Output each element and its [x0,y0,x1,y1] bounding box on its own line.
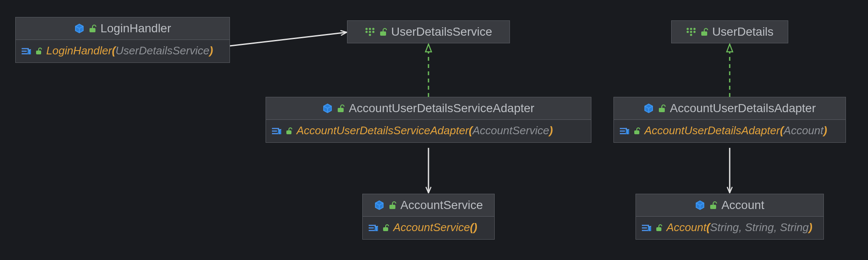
sep: , [774,221,780,234]
svg-rect-23 [272,130,277,132]
member-row[interactable]: AccountService() [363,217,494,239]
method-icon [369,224,378,232]
ctor-name: LoginHandler [46,44,112,57]
param: AccountService [473,124,549,137]
svg-rect-12 [380,31,386,36]
svg-point-13 [686,28,689,30]
svg-rect-22 [272,128,279,129]
svg-rect-38 [642,227,647,229]
node-user-details[interactable]: UserDetails [671,20,788,43]
svg-rect-33 [369,227,374,229]
node-title: UserDetails [712,25,774,39]
svg-rect-28 [620,130,625,132]
svg-rect-25 [286,130,291,134]
svg-rect-31 [389,205,395,209]
svg-rect-20 [701,31,707,36]
method-icon [272,127,281,135]
title-bar: LoginHandler [16,17,230,40]
svg-rect-21 [338,108,344,112]
constructor-signature: LoginHandler(UserDetailsService) [46,44,213,57]
svg-rect-0 [90,28,95,32]
param: String [710,221,739,234]
open-paren: ( [706,221,710,234]
close-paren: ) [473,221,477,234]
param: UserDetailsService [115,44,209,57]
title-bar: UserDetailsService [347,21,510,43]
svg-point-18 [693,31,695,33]
unlock-icon [35,47,42,55]
svg-point-11 [369,34,371,36]
member-row[interactable]: AccountUserDetailsAdapter(Account) [614,120,846,142]
close-paren: ) [549,124,553,137]
svg-point-6 [369,28,371,30]
open-paren: ( [469,124,473,137]
node-title: LoginHandler [101,22,171,35]
constructor-signature: AccountUserDetailsAdapter(Account) [644,124,827,137]
node-account-userdetails-service-adapter[interactable]: AccountUserDetailsServiceAdapter Account… [266,97,591,143]
member-row[interactable]: LoginHandler(UserDetailsService) [16,40,230,62]
unlock-icon [633,127,640,135]
interface-icon [365,27,375,37]
title-bar: AccountUserDetailsServiceAdapter [266,97,591,120]
diagram-canvas: LoginHandler LoginHandler(UserDetailsSer… [0,0,868,260]
close-paren: ) [823,124,827,137]
class-icon [695,200,705,210]
constructor-signature: AccountService() [393,221,477,234]
node-account-userdetails-adapter[interactable]: AccountUserDetailsAdapter AccountUserDet… [613,97,846,143]
ctor-name: Account [666,221,706,234]
unlock-icon [337,104,344,113]
svg-point-8 [365,31,367,33]
node-account-service[interactable]: AccountService AccountService() [362,194,495,240]
class-icon [644,103,654,113]
unlock-icon [89,24,96,33]
constructor-signature: Account(String, String, String) [666,221,812,234]
svg-rect-37 [642,225,649,226]
unlock-icon [709,201,717,209]
node-user-details-service[interactable]: UserDetailsService [347,20,510,43]
node-title: AccountUserDetailsServiceAdapter [349,102,534,115]
svg-rect-27 [620,128,627,129]
unlock-icon [655,224,662,232]
svg-point-10 [372,31,374,33]
param: String [780,221,809,234]
node-title: AccountUserDetailsAdapter [670,102,816,115]
member-row[interactable]: Account(String, String, String) [636,217,823,239]
svg-rect-36 [710,205,716,209]
node-account[interactable]: Account Account(String, String, String) [636,194,824,240]
node-title: UserDetailsService [391,25,492,39]
param: String [745,221,774,234]
svg-point-5 [365,28,367,30]
svg-point-16 [686,31,689,33]
ctor-name: AccountUserDetailsServiceAdapter [297,124,469,137]
title-bar: Account [636,194,823,217]
svg-rect-40 [656,227,661,231]
class-icon [74,23,84,34]
ctor-name: AccountService [393,221,470,234]
unlock-icon [658,104,666,113]
close-paren: ) [209,44,213,57]
title-bar: UserDetails [672,21,788,43]
title-bar: AccountUserDetailsAdapter [614,97,846,120]
member-row[interactable]: AccountUserDetailsServiceAdapter(Account… [266,120,591,142]
node-login-handler[interactable]: LoginHandler LoginHandler(UserDetailsSer… [15,17,230,63]
class-icon [322,103,333,113]
method-icon [22,47,31,55]
svg-point-7 [372,28,374,30]
unlock-icon [379,28,387,36]
close-paren: ) [809,221,812,234]
constructor-signature: AccountUserDetailsServiceAdapter(Account… [297,124,553,137]
svg-point-15 [693,28,695,30]
title-bar: AccountService [363,194,494,217]
unlock-icon [382,224,389,232]
open-paren: ( [780,124,784,137]
unlock-icon [389,201,396,209]
node-title: AccountService [400,198,483,212]
svg-rect-1 [22,48,29,49]
class-icon [374,200,384,210]
svg-point-9 [369,31,371,33]
svg-point-19 [690,34,692,36]
method-icon [620,127,629,135]
svg-rect-26 [659,108,665,112]
sep: , [739,221,745,234]
ctor-name: AccountUserDetailsAdapter [644,124,780,137]
